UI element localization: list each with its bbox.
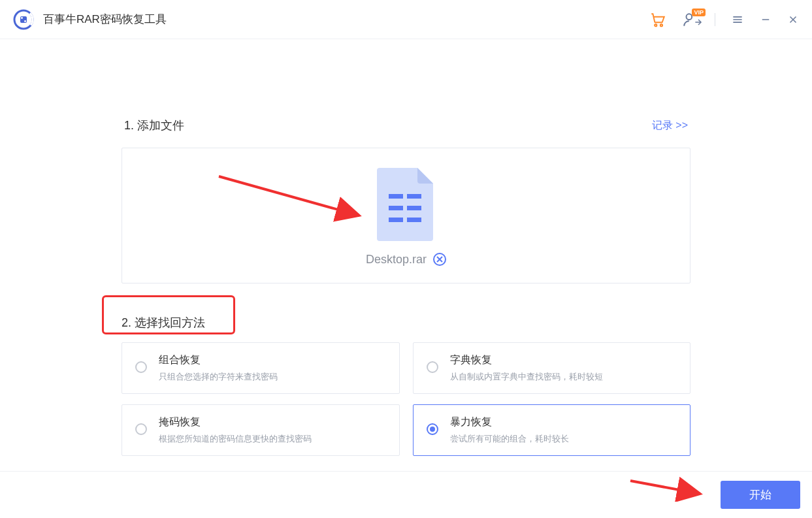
svg-rect-12 — [389, 218, 403, 222]
file-dropzone[interactable]: Desktop.rar — [122, 148, 690, 283]
option-title: 暴力恢复 — [450, 415, 677, 429]
svg-rect-2 — [20, 16, 27, 23]
app-logo — [13, 9, 34, 30]
titlebar-right: VIP — [649, 11, 799, 28]
footer-bar: 开始 — [0, 471, 812, 518]
svg-point-7 — [687, 14, 692, 20]
svg-rect-13 — [407, 218, 421, 222]
file-icon — [374, 165, 438, 246]
menu-icon[interactable] — [731, 13, 744, 26]
minimize-icon[interactable] — [760, 14, 771, 25]
options-grid: 组合恢复 只组合您选择的字符来查找密码 字典恢复 从自制或内置字典中查找密码，耗… — [122, 342, 690, 456]
radio-icon — [427, 361, 438, 373]
option-title: 字典恢复 — [450, 353, 677, 367]
option-desc: 只组合您选择的字符来查找密码 — [159, 371, 386, 383]
radio-icon — [135, 423, 147, 435]
titlebar-left: 百事牛RAR密码恢复工具 — [13, 9, 167, 30]
svg-point-3 — [21, 17, 23, 19]
svg-rect-9 — [407, 194, 421, 199]
start-button[interactable]: 开始 — [721, 481, 800, 509]
option-desc: 尝试所有可能的组合，耗时较长 — [450, 433, 677, 445]
annotation-highlight-box — [102, 295, 235, 334]
option-desc: 从自制或内置字典中查找密码，耗时较短 — [450, 371, 677, 383]
svg-point-5 — [655, 24, 657, 26]
section1-header: 1. 添加文件 记录 >> — [122, 118, 690, 133]
user-icon[interactable]: VIP — [682, 11, 699, 28]
separator — [715, 13, 715, 26]
close-icon[interactable] — [787, 14, 799, 25]
option-mask-recovery[interactable]: 掩码恢复 根据您所知道的密码信息更快的查找密码 — [122, 404, 400, 456]
radio-icon — [135, 361, 147, 373]
option-combo-recovery[interactable]: 组合恢复 只组合您选择的字符来查找密码 — [122, 342, 400, 394]
svg-point-4 — [24, 20, 26, 22]
user-vip-badge: VIP — [692, 8, 706, 16]
radio-icon — [427, 423, 438, 435]
option-desc: 根据您所知道的密码信息更快的查找密码 — [159, 433, 386, 445]
svg-point-6 — [660, 24, 662, 26]
content: 1. 添加文件 记录 >> Desktop.rar — [0, 39, 812, 456]
section1-title: 1. 添加文件 — [124, 118, 184, 133]
file-row: Desktop.rar — [366, 253, 446, 267]
option-dictionary-recovery[interactable]: 字典恢复 从自制或内置字典中查找密码，耗时较短 — [413, 342, 691, 394]
titlebar: 百事牛RAR密码恢复工具 VIP — [0, 0, 812, 39]
option-title: 组合恢复 — [159, 353, 386, 367]
remove-file-icon[interactable] — [433, 253, 446, 266]
cart-icon[interactable] — [649, 11, 666, 28]
section2-header: 2. 选择找回方法 — [122, 315, 690, 331]
svg-rect-10 — [389, 206, 403, 210]
option-bruteforce-recovery[interactable]: 暴力恢复 尝试所有可能的组合，耗时较长 — [413, 404, 691, 456]
app-title: 百事牛RAR密码恢复工具 — [43, 12, 167, 27]
log-link[interactable]: 记录 >> — [652, 119, 688, 133]
file-name: Desktop.rar — [366, 253, 427, 267]
svg-rect-8 — [389, 194, 403, 199]
svg-rect-11 — [407, 206, 421, 210]
option-title: 掩码恢复 — [159, 415, 386, 429]
